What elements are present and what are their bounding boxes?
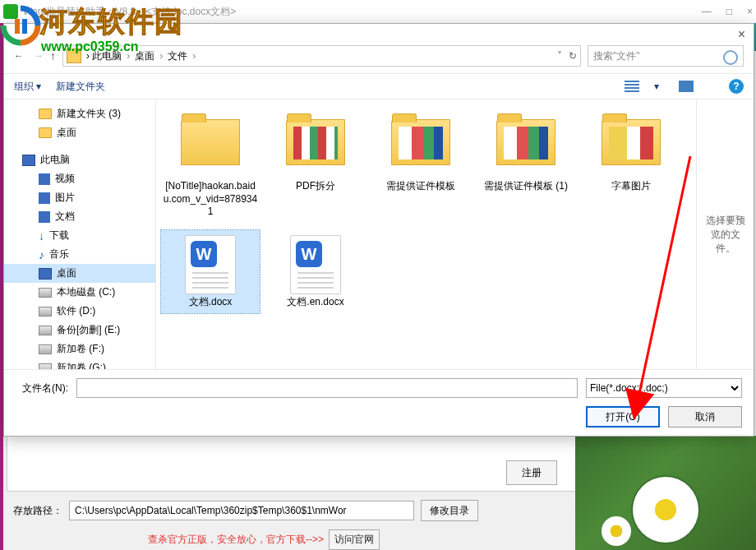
address-bar-row: ← → ↑ › 此电脑 › 桌面 › 文件 › ˅ ↻ 搜索"文件" <box>4 39 754 74</box>
file-item-label: [NoTitle]haokan.baidu.com_v_vid=8789341 <box>163 180 258 219</box>
music-icon: ♪ <box>39 248 44 261</box>
folder-icon <box>284 119 348 175</box>
tree-item-label: 视频 <box>55 172 75 186</box>
breadcrumb-segment[interactable]: 此电脑 <box>92 49 122 63</box>
tree-item-label: 新建文件夹 (3) <box>57 107 121 121</box>
docx-icon: W <box>284 235 348 291</box>
drive-icon <box>39 307 52 317</box>
tree-item-label: 文档 <box>55 210 75 224</box>
tree-item[interactable]: ↓下载 <box>4 226 155 245</box>
tree-item-label: 此电脑 <box>40 153 70 167</box>
media-icon <box>39 211 50 223</box>
open-file-dialog: × ← → ↑ › 此电脑 › 桌面 › 文件 › ˅ ↻ 搜索"文件" 组织 … <box>3 23 754 437</box>
preview-pane-button[interactable] <box>679 81 694 92</box>
maximize-button[interactable]: □ <box>726 6 732 17</box>
register-button[interactable]: 注册 <box>506 460 557 485</box>
cancel-button[interactable]: 取消 <box>668 406 742 428</box>
file-item[interactable]: 需提供证件模板 <box>371 109 470 224</box>
file-item-label: 需提供证件模板 <box>373 180 468 193</box>
drive-icon <box>39 344 52 354</box>
tree-item[interactable]: 文档 <box>4 207 155 226</box>
app-title-text: Word批量替换助手：V8.8＿<支持doc,docx文档> <box>23 5 236 19</box>
new-folder-button[interactable]: 新建文件夹 <box>56 80 105 94</box>
dialog-close-button[interactable]: × <box>738 27 745 42</box>
media-icon <box>39 173 50 185</box>
tree-item[interactable]: 桌面 <box>4 264 155 283</box>
docx-icon: W <box>178 235 242 291</box>
tree-item[interactable]: ♪音乐 <box>4 245 155 264</box>
app-icon <box>3 4 18 19</box>
file-item[interactable]: PDF拆分 <box>266 109 365 224</box>
crumb-sep: › <box>86 50 90 62</box>
crumb-sep: › <box>192 50 196 62</box>
breadcrumb-bar[interactable]: › 此电脑 › 桌面 › 文件 › ˅ ↻ <box>62 45 581 67</box>
preview-pane: 选择要预览的文件。 <box>696 99 754 369</box>
file-item-label: 需提供证件模板 (1) <box>478 180 574 193</box>
tree-item[interactable]: 图片 <box>4 188 155 207</box>
tree-item-label: 音乐 <box>49 247 69 261</box>
nav-back-button[interactable]: ← <box>14 50 24 62</box>
tree-item[interactable]: 备份[勿删] (E:) <box>4 321 155 340</box>
filename-label: 文件名(N): <box>16 381 68 395</box>
help-icon[interactable]: ? <box>729 79 744 94</box>
nav-forward-button[interactable]: → <box>34 50 44 62</box>
media-icon <box>39 192 50 204</box>
file-item-label: PDF拆分 <box>268 180 363 193</box>
drive-icon <box>39 326 52 335</box>
crumb-sep: › <box>127 50 130 62</box>
tree-item-label: 新加卷 (F:) <box>57 342 104 356</box>
organize-menu[interactable]: 组织 ▾ <box>14 80 41 94</box>
file-item[interactable]: W文档.docx <box>161 230 260 314</box>
folder-icon <box>599 119 663 175</box>
search-placeholder: 搜索"文件" <box>593 49 640 63</box>
close-button[interactable]: × <box>747 6 753 17</box>
tree-item-label: 桌面 <box>57 126 76 140</box>
footer-warning: 查杀官方正版，安全放心，官方下载-->> 访问官网 <box>148 529 380 550</box>
search-input[interactable]: 搜索"文件" <box>588 45 744 67</box>
crumb-sep: › <box>159 50 163 62</box>
folder-icon <box>494 119 558 175</box>
file-grid[interactable]: [NoTitle]haokan.baidu.com_v_vid=8789341P… <box>156 99 696 369</box>
tree-item-label: 桌面 <box>57 266 76 280</box>
breadcrumb-dropdown-button[interactable]: ˅ <box>557 50 562 62</box>
refresh-button[interactable]: ↻ <box>569 50 577 62</box>
tree-item-label: 软件 (D:) <box>57 304 95 318</box>
tree-item[interactable]: 桌面 <box>4 123 155 142</box>
savepath-input[interactable] <box>69 501 414 520</box>
savepath-label: 存放路径： <box>7 504 62 518</box>
tree-item-label: 图片 <box>55 191 75 205</box>
open-button[interactable]: 打开(O) <box>586 406 660 428</box>
dialog-footer: 文件名(N): File(*.docx;*.doc;) 打开(O) 取消 <box>4 369 754 436</box>
tree-item[interactable]: 新加卷 (G:) <box>4 358 155 369</box>
breadcrumb-segment[interactable]: 文件 <box>168 49 187 63</box>
tree-item[interactable]: 新加卷 (F:) <box>4 340 155 358</box>
minimize-button[interactable]: — <box>702 6 712 17</box>
tree-item-label: 新加卷 (G:) <box>57 361 106 369</box>
filetype-filter[interactable]: File(*.docx;*.doc;) <box>586 378 742 398</box>
visit-official-button[interactable]: 访问官网 <box>329 529 380 550</box>
file-item[interactable]: 字幕图片 <box>582 109 680 224</box>
nav-tree[interactable]: 新建文件夹 (3)桌面此电脑视频图片文档↓下载♪音乐桌面本地磁盘 (C:)软件 … <box>4 99 156 369</box>
drive-icon <box>39 288 52 298</box>
folder-icon <box>39 109 52 119</box>
file-item[interactable]: [NoTitle]haokan.baidu.com_v_vid=8789341 <box>161 109 260 224</box>
file-item[interactable]: 需提供证件模板 (1) <box>477 109 575 224</box>
breadcrumb-segment[interactable]: 桌面 <box>135 49 154 63</box>
tree-item[interactable]: 新建文件夹 (3) <box>4 104 155 123</box>
filename-input[interactable] <box>76 378 578 398</box>
tree-item[interactable]: 本地磁盘 (C:) <box>4 283 155 302</box>
nav-up-button[interactable]: ↑ <box>50 49 56 62</box>
file-item[interactable]: W文档.en.docx <box>266 230 365 314</box>
view-mode-button[interactable] <box>625 81 639 92</box>
drive-icon <box>39 363 52 370</box>
folder-icon <box>178 119 242 175</box>
file-item-label: 字幕图片 <box>583 180 679 193</box>
change-dir-button[interactable]: 修改目录 <box>421 500 478 521</box>
flower-photo <box>575 436 756 550</box>
file-item-label: 文档.en.docx <box>268 296 363 309</box>
app-titlebar: Word批量替换助手：V8.8＿<支持doc,docx文档> — □ × <box>0 0 756 23</box>
tree-item[interactable]: 视频 <box>4 169 155 188</box>
tree-item-label: 本地磁盘 (C:) <box>57 285 115 299</box>
tree-item[interactable]: 此电脑 <box>4 150 155 169</box>
tree-item[interactable]: 软件 (D:) <box>4 302 155 321</box>
